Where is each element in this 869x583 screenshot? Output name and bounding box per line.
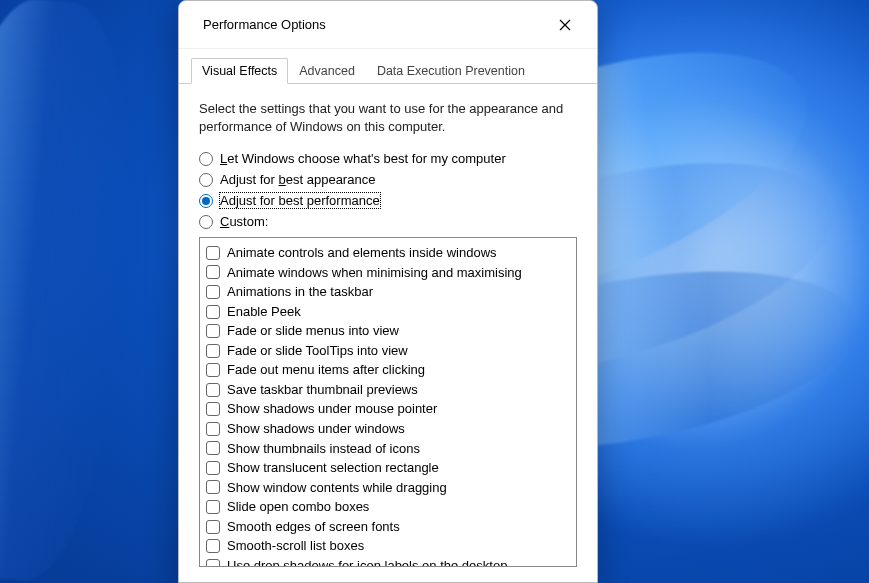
radio-label: Custom:: [220, 214, 268, 229]
radio-option-2[interactable]: Adjust for best performance: [199, 193, 577, 208]
effect-label: Fade out menu items after clicking: [227, 361, 425, 379]
effect-row[interactable]: Save taskbar thumbnail previews: [206, 380, 570, 400]
radio-label: Adjust for best performance: [220, 193, 380, 208]
checkbox: [206, 461, 220, 475]
effect-row[interactable]: Use drop shadows for icon labels on the …: [206, 556, 570, 567]
tab-label: Advanced: [299, 64, 355, 78]
radio-indicator: [199, 152, 213, 166]
effect-row[interactable]: Show shadows under windows: [206, 419, 570, 439]
effect-label: Show shadows under windows: [227, 420, 405, 438]
effect-row[interactable]: Smooth-scroll list boxes: [206, 536, 570, 556]
checkbox: [206, 246, 220, 260]
checkbox: [206, 265, 220, 279]
tab-label: Visual Effects: [202, 64, 277, 78]
tab-visual-effects[interactable]: Visual Effects: [191, 58, 288, 84]
checkbox: [206, 285, 220, 299]
performance-options-dialog: Performance Options Visual Effects Advan…: [178, 0, 598, 583]
tab-content: Select the settings that you want to use…: [179, 84, 597, 582]
effect-row[interactable]: Smooth edges of screen fonts: [206, 517, 570, 537]
radio-indicator: [199, 194, 213, 208]
effect-row[interactable]: Animations in the taskbar: [206, 282, 570, 302]
preset-radio-group: Let Windows choose what's best for my co…: [199, 151, 577, 229]
effect-row[interactable]: Animate controls and elements inside win…: [206, 243, 570, 263]
effect-label: Show translucent selection rectangle: [227, 459, 439, 477]
effect-label: Slide open combo boxes: [227, 498, 369, 516]
effect-label: Save taskbar thumbnail previews: [227, 381, 418, 399]
effect-label: Smooth-scroll list boxes: [227, 537, 364, 555]
checkbox: [206, 422, 220, 436]
effect-row[interactable]: Show translucent selection rectangle: [206, 458, 570, 478]
effect-row[interactable]: Show shadows under mouse pointer: [206, 399, 570, 419]
effect-label: Animate windows when minimising and maxi…: [227, 264, 522, 282]
radio-option-3[interactable]: Custom:: [199, 214, 577, 229]
radio-option-1[interactable]: Adjust for best appearance: [199, 172, 577, 187]
close-icon: [559, 19, 571, 31]
checkbox: [206, 383, 220, 397]
effect-row[interactable]: Fade or slide menus into view: [206, 321, 570, 341]
effect-label: Animate controls and elements inside win…: [227, 244, 497, 262]
effect-label: Use drop shadows for icon labels on the …: [227, 557, 507, 567]
checkbox: [206, 324, 220, 338]
effect-label: Animations in the taskbar: [227, 283, 373, 301]
checkbox: [206, 344, 220, 358]
effect-row[interactable]: Slide open combo boxes: [206, 497, 570, 517]
radio-indicator: [199, 215, 213, 229]
effect-label: Smooth edges of screen fonts: [227, 518, 400, 536]
effect-label: Fade or slide ToolTips into view: [227, 342, 408, 360]
radio-indicator: [199, 173, 213, 187]
checkbox: [206, 402, 220, 416]
checkbox: [206, 539, 220, 553]
checkbox: [206, 559, 220, 567]
effect-label: Fade or slide menus into view: [227, 322, 399, 340]
checkbox: [206, 520, 220, 534]
tab-data-execution-prevention[interactable]: Data Execution Prevention: [366, 58, 536, 84]
radio-label: Let Windows choose what's best for my co…: [220, 151, 506, 166]
titlebar: Performance Options: [179, 1, 597, 49]
effect-row[interactable]: Enable Peek: [206, 302, 570, 322]
checkbox: [206, 305, 220, 319]
checkbox: [206, 441, 220, 455]
visual-effects-listbox[interactable]: Animate controls and elements inside win…: [199, 237, 577, 567]
tab-strip: Visual Effects Advanced Data Execution P…: [179, 49, 597, 84]
effect-row[interactable]: Fade or slide ToolTips into view: [206, 341, 570, 361]
effect-label: Show shadows under mouse pointer: [227, 400, 437, 418]
checkbox: [206, 480, 220, 494]
effect-row[interactable]: Show window contents while dragging: [206, 478, 570, 498]
effect-row[interactable]: Animate windows when minimising and maxi…: [206, 263, 570, 283]
checkbox: [206, 363, 220, 377]
description-text: Select the settings that you want to use…: [199, 100, 577, 135]
effect-label: Show window contents while dragging: [227, 479, 447, 497]
checkbox: [206, 500, 220, 514]
close-button[interactable]: [545, 9, 585, 41]
effect-row[interactable]: Show thumbnails instead of icons: [206, 439, 570, 459]
radio-label: Adjust for best appearance: [220, 172, 375, 187]
tab-advanced[interactable]: Advanced: [288, 58, 366, 84]
radio-option-0[interactable]: Let Windows choose what's best for my co…: [199, 151, 577, 166]
dialog-title: Performance Options: [203, 17, 545, 32]
tab-label: Data Execution Prevention: [377, 64, 525, 78]
effect-label: Show thumbnails instead of icons: [227, 440, 420, 458]
effect-label: Enable Peek: [227, 303, 301, 321]
effect-row[interactable]: Fade out menu items after clicking: [206, 360, 570, 380]
